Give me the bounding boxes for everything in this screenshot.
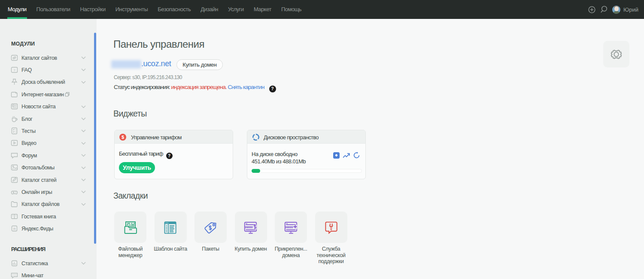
svg-text:www: www xyxy=(244,225,253,229)
svg-text:?: ? xyxy=(13,68,15,72)
svg-text:www: www xyxy=(285,225,293,229)
svg-text:Я: Я xyxy=(13,227,16,231)
